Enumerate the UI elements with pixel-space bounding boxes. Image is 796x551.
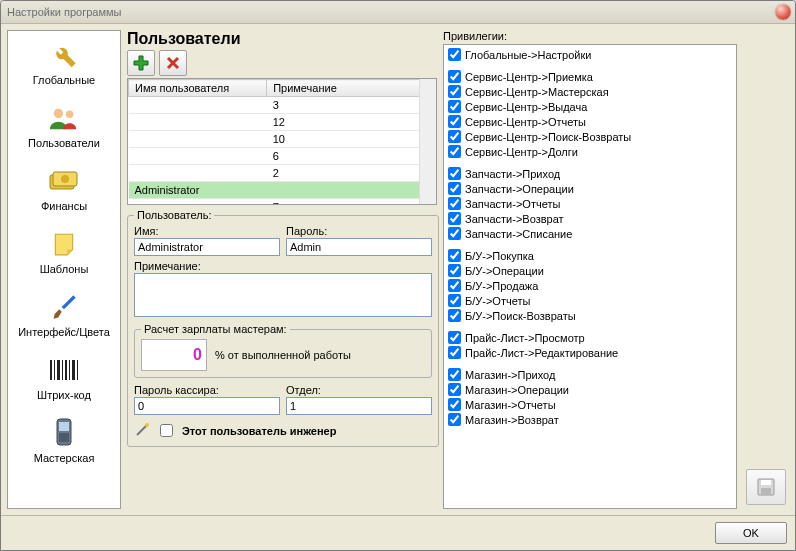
privilege-checkbox[interactable] [448, 368, 461, 381]
privilege-checkbox[interactable] [448, 182, 461, 195]
privilege-checkbox[interactable] [448, 48, 461, 61]
privilege-item[interactable]: Магазин->Возврат [446, 412, 734, 427]
salary-fieldset: Расчет зарплаты мастерам: 0 % от выполне… [134, 323, 432, 378]
svg-rect-14 [59, 422, 69, 431]
table-row[interactable]: Administrator [129, 182, 436, 199]
sidebar: Глобальные Пользователи Финансы Шаблоны [7, 30, 121, 509]
privilege-item[interactable]: Прайс-Лист->Редактирование [446, 345, 734, 360]
privilege-item[interactable]: Запчасти->Возврат [446, 211, 734, 226]
privilege-item[interactable]: Сервис-Центр->Отчеты [446, 114, 734, 129]
save-button[interactable] [746, 469, 786, 505]
col-note[interactable]: Примечание [267, 80, 436, 97]
users-grid[interactable]: Имя пользователя Примечание 3121062Admin… [127, 78, 437, 205]
privilege-item[interactable]: Магазин->Приход [446, 367, 734, 382]
engineer-checkbox[interactable] [160, 424, 173, 437]
user-fieldset: Пользователь: Имя: Пароль: [127, 209, 439, 447]
cashier-pw-input[interactable] [134, 397, 280, 415]
privilege-item[interactable]: Сервис-Центр->Выдача [446, 99, 734, 114]
privilege-checkbox[interactable] [448, 279, 461, 292]
privilege-label: Б/У->Покупка [465, 250, 534, 262]
privilege-item[interactable]: Магазин->Отчеты [446, 397, 734, 412]
table-row[interactable]: 6 [129, 148, 436, 165]
privilege-label: Запчасти->Приход [465, 168, 560, 180]
privilege-checkbox[interactable] [448, 130, 461, 143]
grid-scrollbar[interactable] [419, 79, 436, 204]
privilege-checkbox[interactable] [448, 398, 461, 411]
privilege-checkbox[interactable] [448, 309, 461, 322]
add-user-button[interactable] [127, 50, 155, 76]
sidebar-item-workshop[interactable]: Мастерская [8, 409, 120, 472]
privilege-checkbox[interactable] [448, 383, 461, 396]
privilege-checkbox[interactable] [448, 145, 461, 158]
privilege-item[interactable]: Сервис-Центр->Долги [446, 144, 734, 159]
privilege-label: Прайс-Лист->Редактирование [465, 347, 618, 359]
salary-value[interactable]: 0 [141, 339, 207, 371]
privilege-checkbox[interactable] [448, 413, 461, 426]
svg-rect-7 [57, 360, 60, 380]
privileges-list[interactable]: Глобальные->НастройкиСервис-Центр->Прием… [443, 44, 737, 509]
privilege-checkbox[interactable] [448, 100, 461, 113]
privilege-checkbox[interactable] [448, 197, 461, 210]
privilege-label: Запчасти->Операции [465, 183, 574, 195]
privilege-item[interactable]: Запчасти->Отчеты [446, 196, 734, 211]
privilege-checkbox[interactable] [448, 85, 461, 98]
privilege-checkbox[interactable] [448, 264, 461, 277]
table-row[interactable]: 2 [129, 165, 436, 182]
privilege-item[interactable]: Глобальные->Настройки [446, 47, 734, 62]
privilege-item[interactable]: Б/У->Покупка [446, 248, 734, 263]
sidebar-item-label: Интерфейс/Цвета [18, 326, 110, 338]
note-icon [48, 228, 80, 260]
privilege-label: Сервис-Центр->Мастерская [465, 86, 609, 98]
privilege-checkbox[interactable] [448, 227, 461, 240]
password-input[interactable] [286, 238, 432, 256]
sidebar-item-interface[interactable]: Интерфейс/Цвета [8, 283, 120, 346]
privilege-item[interactable]: Запчасти->Операции [446, 181, 734, 196]
titlebar[interactable]: Настройки программы [1, 1, 795, 24]
dept-input[interactable] [286, 397, 432, 415]
salary-suffix: % от выполненной работы [215, 349, 351, 361]
privilege-checkbox[interactable] [448, 115, 461, 128]
privilege-checkbox[interactable] [448, 212, 461, 225]
privilege-item[interactable]: Сервис-Центр->Мастерская [446, 84, 734, 99]
privilege-item[interactable]: Запчасти->Списание [446, 226, 734, 241]
ok-button[interactable]: OK [715, 522, 787, 544]
privilege-checkbox[interactable] [448, 346, 461, 359]
privilege-checkbox[interactable] [448, 70, 461, 83]
privilege-item[interactable]: Б/У->Отчеты [446, 293, 734, 308]
privilege-item[interactable]: Запчасти->Приход [446, 166, 734, 181]
users-pane: Пользователи Имя пользователя [127, 30, 437, 509]
table-row[interactable]: 12 [129, 114, 436, 131]
privilege-checkbox[interactable] [448, 294, 461, 307]
table-row[interactable]: 7 [129, 199, 436, 206]
table-row[interactable]: 3 [129, 97, 436, 114]
sidebar-item-barcode[interactable]: Штрих-код [8, 346, 120, 409]
privilege-item[interactable]: Прайс-Лист->Просмотр [446, 330, 734, 345]
privilege-checkbox[interactable] [448, 167, 461, 180]
table-row[interactable]: 10 [129, 131, 436, 148]
window-body: Глобальные Пользователи Финансы Шаблоны [1, 24, 795, 515]
money-icon [48, 165, 80, 197]
sidebar-item-finance[interactable]: Финансы [8, 157, 120, 220]
privilege-label: Сервис-Центр->Долги [465, 146, 578, 158]
users-icon [48, 102, 80, 134]
delete-user-button[interactable] [159, 50, 187, 76]
privilege-item[interactable]: Б/У->Поиск-Возвраты [446, 308, 734, 323]
privileges-pane: Привилегии: Глобальные->НастройкиСервис-… [443, 30, 737, 509]
privilege-checkbox[interactable] [448, 331, 461, 344]
privilege-item[interactable]: Сервис-Центр->Приемка [446, 69, 734, 84]
name-input[interactable] [134, 238, 280, 256]
privilege-item[interactable]: Б/У->Операции [446, 263, 734, 278]
col-username[interactable]: Имя пользователя [129, 80, 267, 97]
svg-rect-6 [54, 360, 55, 380]
privilege-checkbox[interactable] [448, 249, 461, 262]
user-legend: Пользователь: [134, 209, 214, 221]
close-icon[interactable] [775, 4, 791, 20]
sidebar-item-global[interactable]: Глобальные [8, 31, 120, 94]
privilege-item[interactable]: Б/У->Продажа [446, 278, 734, 293]
privilege-label: Б/У->Продажа [465, 280, 538, 292]
privilege-item[interactable]: Магазин->Операции [446, 382, 734, 397]
privilege-item[interactable]: Сервис-Центр->Поиск-Возвраты [446, 129, 734, 144]
sidebar-item-users[interactable]: Пользователи [8, 94, 120, 157]
note-input[interactable] [134, 273, 432, 317]
sidebar-item-templates[interactable]: Шаблоны [8, 220, 120, 283]
